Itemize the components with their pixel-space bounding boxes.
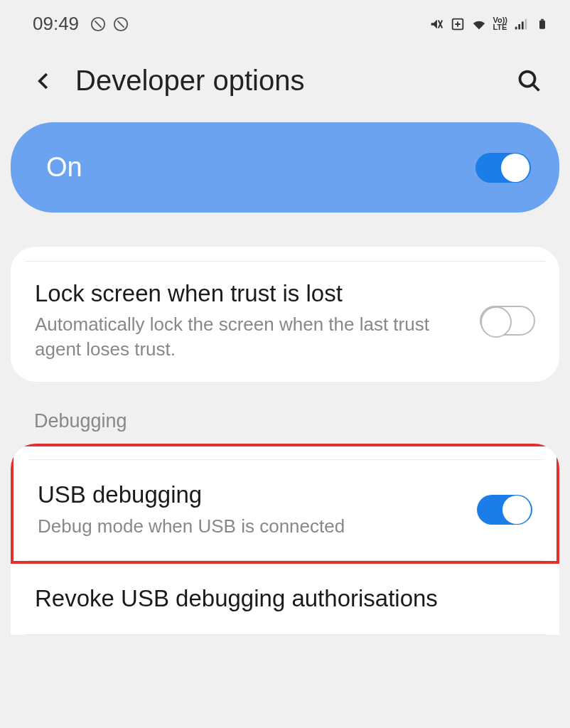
lock-screen-trust-row[interactable]: Lock screen when trust is lost Automatic…: [25, 262, 545, 382]
svg-rect-4: [518, 24, 520, 29]
master-toggle-switch[interactable]: [475, 153, 531, 183]
status-right: Vo))LTE: [429, 16, 550, 32]
setting-text: Revoke USB debugging authorisations: [35, 584, 535, 613]
section-header-debugging: Debugging: [0, 382, 570, 432]
battery-icon: [534, 16, 550, 32]
setting-desc: Automatically lock the screen when the l…: [35, 312, 466, 362]
setting-desc: Debug mode when USB is connected: [38, 514, 463, 539]
svg-rect-3: [515, 26, 517, 29]
signal-icon: [513, 16, 529, 32]
svg-point-9: [520, 71, 535, 86]
revoke-usb-auth-row[interactable]: Revoke USB debugging authorisations: [11, 564, 559, 634]
setting-text: Lock screen when trust is lost Automatic…: [35, 279, 480, 362]
setting-title: USB debugging: [38, 480, 463, 509]
svg-rect-6: [525, 18, 527, 29]
status-time: 09:49: [33, 13, 79, 35]
status-left: 09:49: [33, 13, 129, 35]
notification-icon: [113, 16, 129, 32]
setting-title: Lock screen when trust is lost: [35, 279, 466, 308]
volte-icon: Vo))LTE: [493, 17, 507, 31]
svg-rect-5: [522, 21, 524, 29]
usb-debugging-row[interactable]: USB debugging Debug mode when USB is con…: [14, 460, 556, 560]
master-toggle-label: On: [46, 152, 82, 183]
settings-card-debugging: USB debugging Debug mode when USB is con…: [11, 444, 559, 635]
svg-rect-8: [541, 18, 544, 20]
settings-card-trust: Lock screen when trust is lost Automatic…: [11, 247, 559, 382]
data-saver-icon: [450, 16, 466, 32]
status-bar: 09:49 Vo))LTE: [0, 0, 570, 42]
svg-rect-7: [539, 20, 545, 28]
header-bar: Developer options: [0, 42, 570, 122]
master-toggle-card[interactable]: On: [11, 122, 559, 213]
notification-icon: [90, 16, 106, 32]
search-button[interactable]: [514, 65, 545, 97]
back-button[interactable]: [30, 67, 58, 95]
usb-debugging-toggle[interactable]: [477, 495, 532, 525]
mute-vibrate-icon: [429, 16, 444, 32]
page-title: Developer options: [75, 65, 514, 97]
lock-screen-trust-toggle[interactable]: [480, 306, 535, 336]
setting-title: Revoke USB debugging authorisations: [35, 584, 521, 613]
wifi-icon: [471, 16, 487, 32]
setting-text: USB debugging Debug mode when USB is con…: [38, 480, 477, 538]
usb-debugging-highlight: USB debugging Debug mode when USB is con…: [11, 444, 559, 563]
